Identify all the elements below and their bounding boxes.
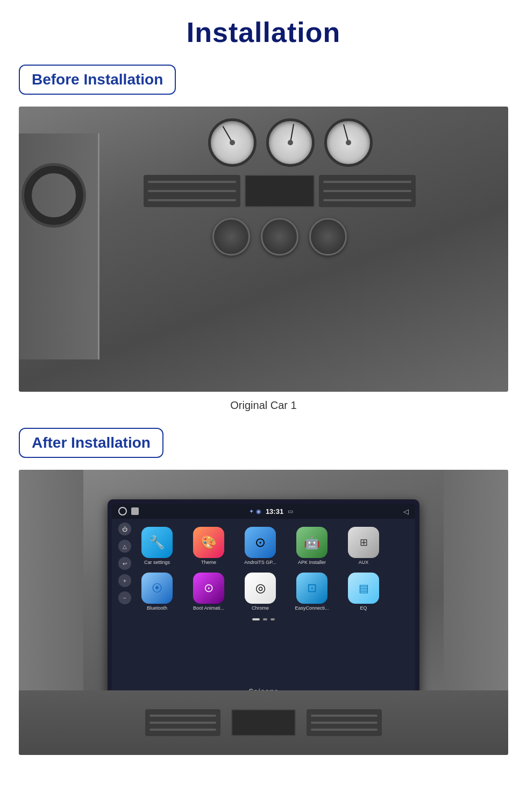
android-screen: ✦ ◉ 13:31 ▭ ◁ ⏻ △ ↩ + − xyxy=(112,504,415,700)
status-right: ◁ xyxy=(403,507,409,516)
status-square-icon xyxy=(131,507,139,515)
after-installation-badge: After Installation xyxy=(19,428,163,458)
androidts-icon: ⊙ xyxy=(245,527,276,558)
status-center: ✦ ◉ 13:31 ▭ xyxy=(249,507,293,516)
after-installation-image: ✦ ◉ 13:31 ▭ ◁ ⏻ △ ↩ + − xyxy=(19,470,508,755)
androidts-label: AndroiTS GP... xyxy=(244,560,276,565)
bottom-left-vent xyxy=(145,709,220,736)
app-row-1: 🔧 Car settings 🎨 Theme ⊙ AndroiTS GP... xyxy=(136,527,410,565)
app-row-2: ⦿ Bluetooth ⊙ Boot Animati... ◎ Chrome xyxy=(136,573,410,611)
vol-up-icon: + xyxy=(118,574,131,587)
vent-area xyxy=(144,175,416,207)
chrome-icon: ◎ xyxy=(245,573,276,604)
gauge-3 xyxy=(324,118,373,167)
back-nav-icon: ↩ xyxy=(118,557,131,570)
app-apk-installer[interactable]: 🤖 APK Installer xyxy=(290,527,333,565)
status-bar: ✦ ◉ 13:31 ▭ ◁ xyxy=(112,504,415,519)
bluetooth-status-icon: ✦ xyxy=(249,508,254,515)
theme-icon: 🎨 xyxy=(193,527,224,558)
hvac-knob-1 xyxy=(212,218,250,256)
car-settings-icon: 🔧 xyxy=(141,527,173,558)
power-icon: ⏻ xyxy=(118,522,131,535)
vol-down-icon: − xyxy=(118,591,131,604)
bluetooth-label: Bluetooth xyxy=(147,605,167,611)
aux-label: AUX xyxy=(359,560,369,565)
home-icon: △ xyxy=(118,540,131,553)
page-dot-3 xyxy=(270,618,275,620)
before-installation-badge: Before Installation xyxy=(19,65,176,95)
bottom-center-unit xyxy=(231,709,296,736)
page-title: Installation xyxy=(187,16,340,48)
page-dots xyxy=(112,618,415,620)
status-circle-icon xyxy=(118,507,127,516)
app-easyconnect[interactable]: ⊡ EasyConnecti... xyxy=(290,573,333,611)
hvac-controls xyxy=(212,218,347,256)
apk-icon: 🤖 xyxy=(296,527,327,558)
app-grid: 🔧 Car settings 🎨 Theme ⊙ AndroiTS GP... xyxy=(112,521,415,616)
boot-label: Boot Animati... xyxy=(193,605,224,611)
app-androidts[interactable]: ⊙ AndroiTS GP... xyxy=(239,527,282,565)
easyconnect-label: EasyConnecti... xyxy=(295,605,329,611)
page-dot-1 xyxy=(252,618,260,620)
eq-label: EQ xyxy=(360,605,367,611)
app-car-settings[interactable]: 🔧 Car settings xyxy=(136,527,179,565)
car-settings-label: Car settings xyxy=(144,560,170,565)
bottom-right-vent xyxy=(307,709,382,736)
gauge-2 xyxy=(266,118,315,167)
battery-icon: ▭ xyxy=(288,508,293,515)
hvac-knob-2 xyxy=(261,218,298,256)
easyconnect-icon: ⊡ xyxy=(296,573,327,604)
status-left xyxy=(118,507,139,516)
app-chrome[interactable]: ◎ Chrome xyxy=(239,573,282,611)
steering-area xyxy=(19,133,99,359)
center-unit xyxy=(245,175,315,207)
back-icon: ◁ xyxy=(403,507,409,516)
app-theme[interactable]: 🎨 Theme xyxy=(187,527,230,565)
bluetooth-icon: ⦿ xyxy=(141,573,173,604)
boot-icon: ⊙ xyxy=(193,573,224,604)
steering-wheel xyxy=(24,166,83,225)
gauge-1 xyxy=(208,118,257,167)
app-boot[interactable]: ⊙ Boot Animati... xyxy=(187,573,230,611)
hvac-knob-3 xyxy=(309,218,347,256)
app-aux[interactable]: ⊞ AUX xyxy=(342,527,385,565)
dashboard-bottom xyxy=(19,690,508,755)
before-installation-image xyxy=(19,107,508,392)
chrome-label: Chrome xyxy=(252,605,269,611)
before-image-caption: Original Car 1 xyxy=(230,399,296,412)
time-display: 13:31 xyxy=(266,507,283,516)
apk-label: APK Installer xyxy=(298,560,326,565)
app-eq[interactable]: ▤ EQ xyxy=(342,573,385,611)
gps-icon: ◉ xyxy=(256,508,261,515)
app-bluetooth[interactable]: ⦿ Bluetooth xyxy=(136,573,179,611)
side-icon-strip: ⏻ △ ↩ + − xyxy=(118,522,131,604)
theme-label: Theme xyxy=(201,560,216,565)
page-dot-2 xyxy=(263,618,267,620)
right-vent xyxy=(319,175,416,207)
eq-icon: ▤ xyxy=(348,573,379,604)
head-unit: ✦ ◉ 13:31 ▭ ◁ ⏻ △ ↩ + − xyxy=(108,499,419,704)
gauge-cluster xyxy=(208,118,373,167)
left-vent xyxy=(144,175,240,207)
aux-icon: ⊞ xyxy=(348,527,379,558)
